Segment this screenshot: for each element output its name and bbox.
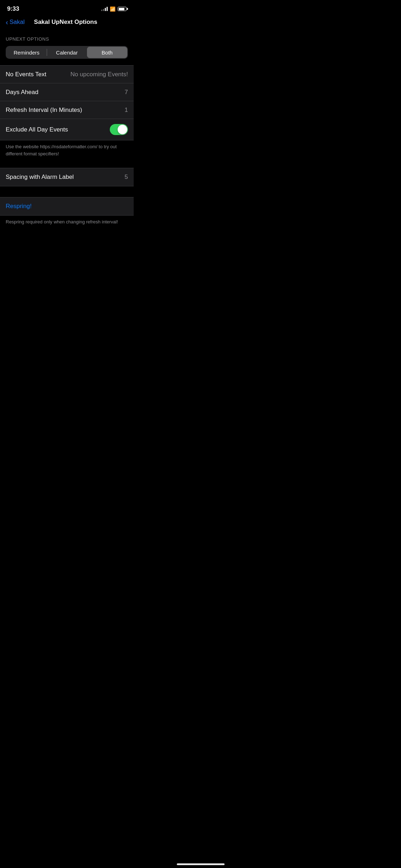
respring-button[interactable]: Respring! — [6, 203, 32, 210]
status-bar: 9:33 📶 — [0, 0, 134, 16]
status-icons: 📶 — [101, 6, 127, 12]
back-button[interactable]: ‹ Sakal — [6, 19, 25, 26]
table-row[interactable]: Refresh Interval (In Minutes) 1 — [0, 101, 134, 119]
days-ahead-value: 7 — [125, 89, 128, 96]
nav-bar: ‹ Sakal Sakal UpNext Options — [0, 16, 134, 30]
table-row[interactable]: Spacing with Alarm Label 5 — [0, 168, 134, 186]
refresh-interval-label: Refresh Interval (In Minutes) — [6, 107, 82, 114]
upnext-options-header: UPNEXT OPTIONS — [0, 30, 134, 45]
spacing-alarm-value: 5 — [125, 174, 128, 181]
segment-reminders[interactable]: Reminders — [6, 47, 47, 58]
segment-calendar[interactable]: Calendar — [47, 47, 87, 58]
segmented-control[interactable]: Reminders Calendar Both — [6, 46, 128, 59]
status-time: 9:33 — [7, 5, 19, 12]
back-chevron-icon: ‹ — [6, 19, 8, 26]
table-row[interactable]: Days Ahead 7 — [0, 83, 134, 101]
spacing-alarm-label: Spacing with Alarm Label — [6, 174, 74, 181]
respring-row[interactable]: Respring! — [0, 197, 134, 215]
spacing-section: Spacing with Alarm Label 5 — [0, 168, 134, 186]
days-ahead-label: Days Ahead — [6, 89, 38, 96]
wifi-icon: 📶 — [110, 6, 115, 12]
no-events-text-value: No upcoming Events! — [70, 71, 128, 78]
toggle-knob — [118, 125, 127, 134]
back-label: Sakal — [10, 19, 25, 26]
battery-icon — [118, 7, 127, 11]
no-events-text-label: No Events Text — [6, 71, 46, 78]
exclude-all-day-label: Exclude All Day Events — [6, 126, 68, 133]
exclude-all-day-toggle[interactable] — [110, 124, 128, 135]
page-title: Sakal UpNext Options — [25, 19, 107, 26]
segment-both[interactable]: Both — [87, 47, 127, 58]
main-settings-section: No Events Text No upcoming Events! Days … — [0, 65, 134, 140]
table-row[interactable]: No Events Text No upcoming Events! — [0, 66, 134, 83]
signal-icon — [101, 7, 108, 11]
respring-section: Respring! — [0, 197, 134, 216]
main-settings-footer: Use the website https://nsdateformatter.… — [0, 140, 134, 161]
refresh-interval-value: 1 — [125, 107, 128, 114]
table-row: Exclude All Day Events — [0, 119, 134, 140]
respring-footer: Respring required only when changing ref… — [0, 216, 134, 230]
